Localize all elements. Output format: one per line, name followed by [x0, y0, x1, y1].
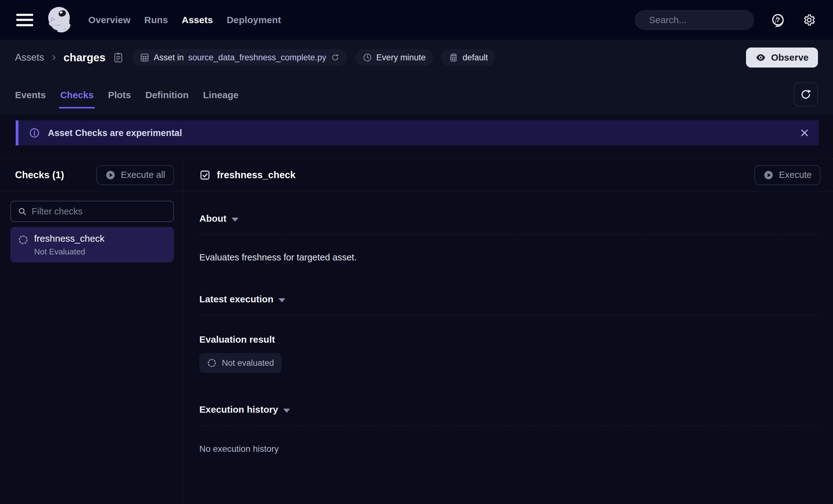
check-detail-title: freshness_check [217, 170, 296, 181]
checks-content: Checks (1) Execute all freshness_check N… [0, 158, 833, 504]
breadcrumb: Assets charges Asset in source_data_fres… [15, 47, 818, 68]
asset-in-label: Asset in [153, 53, 184, 62]
settings-button[interactable] [802, 12, 817, 27]
breadcrumb-assets-link[interactable]: Assets [15, 52, 44, 63]
execute-all-button[interactable]: Execute all [96, 165, 174, 185]
page-title: charges [64, 51, 105, 64]
tab-definition[interactable]: Definition [145, 90, 188, 108]
no-history-message: No execution history [199, 444, 817, 454]
filter-checks-box[interactable] [10, 201, 174, 222]
info-icon [29, 128, 40, 138]
help-icon: ? [771, 13, 785, 27]
execute-button[interactable]: Execute [755, 165, 820, 185]
execution-history-section-toggle[interactable]: Execution history [199, 404, 817, 415]
hamburger-menu-icon[interactable] [16, 14, 33, 26]
repo-grid-icon [449, 53, 458, 62]
search-input[interactable] [649, 15, 770, 25]
asset-definition-badge: Asset in source_data_freshness_complete.… [133, 49, 347, 66]
chevron-down-icon [279, 298, 285, 302]
not-evaluated-spinner-icon [18, 234, 28, 245]
nav-item-runs[interactable]: Runs [144, 15, 168, 25]
asset-header: Assets charges Asset in source_data_fres… [0, 40, 833, 115]
checks-list-panel: Checks (1) Execute all freshness_check N… [0, 159, 183, 504]
search-icon [18, 207, 27, 216]
nav-item-assets[interactable]: Assets [182, 15, 213, 25]
about-section-toggle[interactable]: About [199, 213, 817, 224]
refresh-icon [800, 89, 812, 100]
play-circle-icon [763, 170, 774, 180]
checks-list-header: Checks (1) Execute all [0, 159, 183, 191]
check-detail-body: About Evaluates freshness for targeted a… [183, 191, 833, 454]
observe-button[interactable]: Observe [746, 48, 818, 68]
schedule-badge-label: Every minute [377, 53, 426, 62]
play-circle-icon [105, 170, 116, 180]
not-evaluated-chip: Not evaluated [199, 353, 282, 373]
top-navbar: Overview Runs Assets Deployment / ? [0, 0, 833, 40]
check-item-name: freshness_check [34, 233, 104, 244]
primary-nav: Overview Runs Assets Deployment [88, 15, 281, 25]
filter-checks-input[interactable] [31, 206, 166, 217]
asset-file-link[interactable]: source_data_freshness_complete.py [188, 53, 326, 62]
schedule-badge[interactable]: Every minute [355, 49, 433, 66]
section-divider [199, 234, 817, 235]
svg-text:?: ? [776, 16, 780, 24]
banner-close-button[interactable] [800, 128, 809, 137]
section-divider [199, 315, 817, 316]
tab-plots[interactable]: Plots [108, 90, 131, 108]
chevron-right-icon [50, 54, 57, 61]
close-icon [800, 128, 809, 137]
dagster-logo-icon[interactable] [44, 5, 74, 35]
tab-events[interactable]: Events [15, 90, 46, 108]
global-search[interactable]: / [635, 10, 754, 30]
group-badge-label: default [462, 53, 488, 62]
nav-item-overview[interactable]: Overview [88, 15, 130, 25]
eye-icon [755, 52, 766, 63]
gear-icon [803, 14, 816, 27]
clock-icon [363, 53, 372, 62]
experimental-banner: Asset Checks are experimental [16, 120, 818, 145]
latest-execution-section-toggle[interactable]: Latest execution [199, 294, 817, 304]
check-detail-panel: freshness_check Execute About Evaluates … [183, 159, 833, 504]
asset-tabs: Events Checks Plots Definition Lineage [15, 82, 818, 108]
help-button[interactable]: ? [770, 12, 785, 27]
checks-count-title: Checks (1) [15, 170, 64, 181]
group-badge[interactable]: default [441, 49, 495, 66]
evaluation-result-heading: Evaluation result [199, 334, 817, 345]
not-evaluated-spinner-icon [207, 358, 217, 368]
copy-clipboard-icon[interactable] [112, 52, 124, 64]
chevron-down-icon [232, 218, 238, 222]
banner-message: Asset Checks are experimental [48, 128, 182, 138]
chevron-down-icon [283, 409, 290, 413]
check-item-status: Not Evaluated [34, 247, 104, 257]
section-divider [199, 426, 817, 426]
list-item-freshness-check[interactable]: freshness_check Not Evaluated [10, 227, 174, 262]
check-detail-header: freshness_check Execute [183, 159, 833, 191]
nav-item-deployment[interactable]: Deployment [227, 15, 281, 25]
check-description: Evaluates freshness for targeted asset. [199, 252, 817, 262]
refresh-button[interactable] [793, 82, 818, 107]
reload-icon[interactable] [331, 53, 339, 62]
table-icon [140, 53, 149, 62]
tab-lineage[interactable]: Lineage [203, 90, 238, 108]
tab-checks[interactable]: Checks [60, 90, 94, 108]
checkbox-check-icon [199, 170, 211, 181]
